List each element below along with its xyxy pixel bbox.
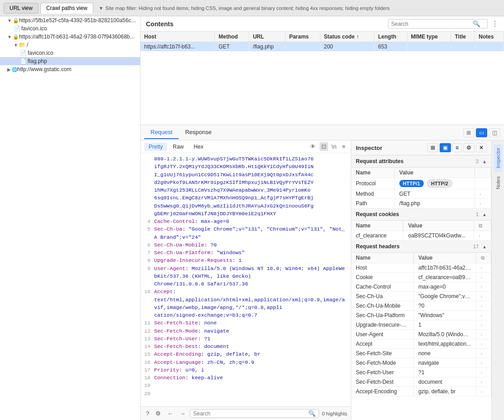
header-row: Upgrade-Insecure-Re... 1 › <box>351 320 491 330</box>
side-tab-notes[interactable]: Notes <box>494 173 503 193</box>
sidebar-item-favicon1[interactable]: 📄 favicon.ico <box>0 24 140 33</box>
cookie-col-name: Name <box>351 221 403 231</box>
header-copy-icon[interactable]: ⧉ <box>481 255 485 261</box>
header-name: Cache-Control <box>351 282 414 292</box>
header-arrow[interactable]: › <box>476 282 491 292</box>
col-mime[interactable]: MIME type <box>407 32 451 42</box>
header-arrow[interactable]: › <box>476 320 491 330</box>
cell-status: 200 <box>320 42 374 52</box>
chevron-icon: ▶ <box>7 67 11 72</box>
header-row: Cache-Control max-age=0 › <box>351 282 491 292</box>
col-notes[interactable]: Notes <box>475 32 504 42</box>
header-arrow[interactable]: › <box>476 349 491 358</box>
header-arrow[interactable]: › <box>476 263 491 273</box>
line-num: 6 <box>141 241 154 249</box>
sidebar-item-host2[interactable]: ▼ 🔒 https://affc1b7f-b631-46a2-9738-07f9… <box>0 33 140 41</box>
forward-btn[interactable]: → <box>178 409 187 418</box>
sidebar-item-favicon2[interactable]: 📄 favicon.ico <box>0 49 140 57</box>
fmt-ln-btn[interactable]: \n <box>330 142 339 151</box>
header-row: Sec-Fetch-User ?1 › <box>351 368 491 377</box>
col-length[interactable]: Length <box>374 32 407 42</box>
inspector-settings-btn[interactable]: ⚙ <box>463 143 475 152</box>
header-arrow[interactable]: › <box>476 273 491 282</box>
header-arrow[interactable]: › <box>476 339 491 349</box>
top-bar: URL view Crawl paths view ▼ Site map fil… <box>0 0 504 16</box>
col-params[interactable]: Params <box>285 32 320 42</box>
inspector-close-btn[interactable]: ✕ <box>476 143 487 152</box>
code-line: 15Accept-Encoding: gzip, deflate, br <box>141 350 351 358</box>
help-btn[interactable]: ? <box>144 409 151 418</box>
col-url[interactable]: URL <box>249 32 285 42</box>
fmt-tab-hex[interactable]: Hex <box>189 143 208 151</box>
header-value: navigate <box>414 358 476 368</box>
col-status[interactable]: Status code ↑ <box>320 32 374 42</box>
crawl-paths-tab[interactable]: Crawl paths view <box>40 3 93 14</box>
section-request-headers[interactable]: Request headers 17 ▲ <box>351 241 491 253</box>
inspector-grid-btn[interactable]: ⊞ <box>427 143 438 152</box>
line-num <box>141 163 154 170</box>
line-num <box>141 171 154 179</box>
header-arrow[interactable]: › <box>476 311 491 320</box>
line-content: Sec-Fetch-Mode: navigate <box>154 327 351 335</box>
attr-arrow-path[interactable]: › <box>475 199 491 208</box>
tab-response[interactable]: Response <box>179 126 218 139</box>
sidebar-item-host3[interactable]: ▶ 🌐 http://www.gstatic.com <box>0 65 140 73</box>
url-view-tab[interactable]: URL view <box>4 3 39 14</box>
header-name: Sec-Fetch-Site <box>351 349 414 358</box>
back-btn[interactable]: ← <box>165 409 175 418</box>
http1-btn[interactable]: HTTP/1 <box>399 180 424 187</box>
inspector-detail-btn[interactable]: ▣ <box>440 143 451 152</box>
section-request-cookies[interactable]: Request cookies 1 ▲ <box>351 208 491 221</box>
cookies-table: Name Value ⧉ cf_clearance oaB9SCZTOl4kGw… <box>351 221 491 241</box>
header-row: Accept text/html,application... › <box>351 339 491 349</box>
contents-search-button[interactable]: 🔍 <box>473 20 480 27</box>
fmt-more-btn[interactable]: ≡ <box>340 142 347 151</box>
layout-full-btn[interactable]: ▭ <box>476 128 487 137</box>
section-request-attributes[interactable]: Request attributes 2 ▲ <box>351 155 491 168</box>
section-headers-chevron: ▲ <box>482 244 487 249</box>
header-arrow[interactable]: › <box>476 301 491 311</box>
line-num: 10 <box>141 288 154 319</box>
header-row: Sec-Ch-Ua-Platform "Windows" › <box>351 311 491 320</box>
header-value: ?0 <box>414 301 476 311</box>
header-arrow[interactable]: › <box>476 387 491 396</box>
cookie-copy-icon[interactable]: ⧉ <box>479 223 482 228</box>
line-content: 1hMu7Xgt253RLLCmVszhq7X9WAeapabwWxv_3Me9… <box>154 186 351 194</box>
header-arrow[interactable]: › <box>476 377 491 387</box>
header-row: Host affc1b7f-b631-46a2-9... › <box>351 263 491 273</box>
attr-arrow-method[interactable]: › <box>475 189 491 199</box>
bottom-search-button[interactable]: 🔍 <box>308 410 316 417</box>
layout-split-btn[interactable]: ⊞ <box>463 128 474 137</box>
flagphp-label: flag.php <box>28 58 47 64</box>
col-host[interactable]: Host <box>141 32 215 42</box>
line-num: 7 <box>141 249 154 256</box>
col-title[interactable]: Title <box>451 32 475 42</box>
inspector-panel: Inspector ⊞ ▣ ≡ ⚙ ✕ Request attributes <box>351 140 491 420</box>
layout-side-btn[interactable]: ◫ <box>489 128 500 137</box>
cookie-arrow-cf[interactable]: › <box>474 231 491 241</box>
contents-menu-button[interactable]: ⋮ <box>491 19 499 28</box>
code-line: gbEMrj020aFnWONifJN8jDDJYBYm0eiE2q1FHXY <box>141 210 351 217</box>
fmt-eye-btn[interactable]: 👁 <box>308 142 318 151</box>
header-arrow[interactable]: › <box>476 330 491 339</box>
sidebar-item-host1[interactable]: ▼ 🔒 https://5fb1e52f-c5fa-4392-951b-8282… <box>0 16 140 24</box>
code-area[interactable]: 889-1.2.1.1-y.WUW5vupS7jwGuT5TWKaic5DkRk… <box>141 153 351 406</box>
tab-request[interactable]: Request <box>144 126 179 139</box>
settings-btn[interactable]: ⚙ <box>154 409 163 418</box>
contents-search-input[interactable] <box>391 21 473 27</box>
fmt-tab-raw[interactable]: Raw <box>168 143 188 151</box>
side-tab-inspector[interactable]: Inspector <box>494 144 503 172</box>
header-arrow[interactable]: › <box>476 368 491 377</box>
col-method[interactable]: Method <box>215 32 249 42</box>
header-arrow[interactable]: › <box>476 358 491 368</box>
bottom-search-input[interactable] <box>193 410 308 417</box>
fmt-wrap-btn[interactable]: ⊡ <box>320 142 328 151</box>
sidebar-item-flagphp[interactable]: 📄 flag.php <box>0 57 140 65</box>
line-content: Upgrade-Insecure-Requests: 1 <box>154 256 351 264</box>
header-arrow[interactable]: › <box>476 292 491 301</box>
http2-btn[interactable]: HTTP/2 <box>427 179 452 188</box>
fmt-tab-pretty[interactable]: Pretty <box>144 143 167 151</box>
table-row[interactable]: https://affc1b7f-b63... GET /flag.php 20… <box>141 42 504 52</box>
inspector-list-btn[interactable]: ≡ <box>452 143 462 152</box>
sidebar-item-root[interactable]: ▼ 📁 / <box>0 41 140 49</box>
